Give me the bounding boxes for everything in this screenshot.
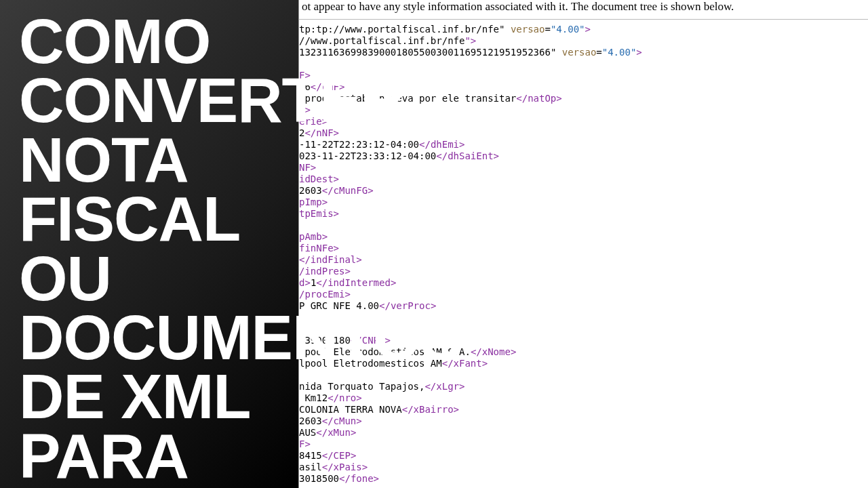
xml-line: AUS <box>299 427 316 438</box>
xml-line: 3018500 <box>299 473 339 484</box>
xml-line: Km12 <box>299 392 328 403</box>
xml-line: F> <box>299 439 311 449</box>
xml-no-style-notice: ot appear to have any style information … <box>299 0 868 20</box>
xml-line: tpEmis> <box>299 208 339 219</box>
xml-line: finNFe> <box>299 243 339 253</box>
xml-line: idDest> <box>299 174 339 184</box>
xml-line: /procEmi> <box>299 289 351 300</box>
xml-line: 023-11-22T23:33:12-04:00 <box>299 150 436 161</box>
xml-line: </indFinal> <box>299 254 362 265</box>
xml-line: -11-22T22:23:12-04:00 <box>299 139 419 150</box>
xml-line: d> <box>299 277 311 288</box>
xml-line: asil <box>299 462 322 472</box>
xml-line: pImp> <box>299 197 328 207</box>
xml-line: 8415 <box>299 450 322 461</box>
xml-line: 2603 <box>299 185 322 196</box>
xml-line: 1323116369983900018055003001169512195195… <box>299 47 551 58</box>
xml-line: tp:tp://www.portalfiscal.inf.br/nfe" <box>299 24 505 35</box>
xml-line: NF> <box>299 162 316 173</box>
xml-line: COLONIA TERRA NOVA <box>299 404 402 415</box>
video-title: COMO CONVERTER NOTA FISCAL OU DOCUMENTOS… <box>19 12 285 488</box>
xml-line: /indPres> <box>299 266 351 277</box>
title-overlay-panel: COMO CONVERTER NOTA FISCAL OU DOCUMENTOS… <box>0 0 298 488</box>
xml-line: nida Torquato Tapajos, <box>299 381 425 392</box>
xml-line: 2603 <box>299 415 322 426</box>
xml-line: //www.portalfiscal.inf.br/nfe <box>299 35 465 46</box>
xml-line: pAmb> <box>299 231 328 242</box>
